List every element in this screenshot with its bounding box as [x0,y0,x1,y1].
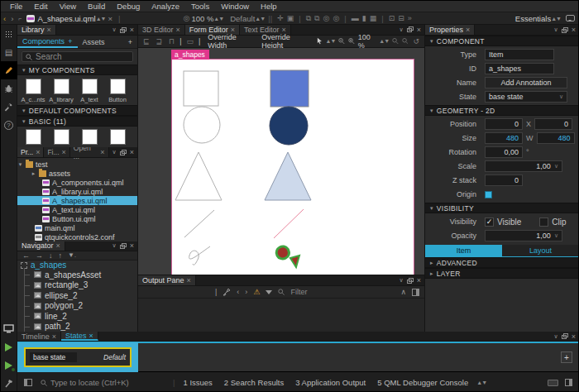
tool-dropdown-icon[interactable]: ▲▼ [326,38,336,44]
build-progress-icon[interactable] [548,380,558,386]
previous-item-icon[interactable]: ‹ [237,288,239,296]
welcome-mode-icon[interactable] [1,25,17,43]
3d-editor-tab[interactable]: 3D Editor× [138,25,185,35]
add-component-icon[interactable]: + [68,37,72,45]
component-item[interactable] [22,129,45,145]
reset-size-icon[interactable]: ◎ [322,14,332,22]
tree-row[interactable]: Button.ui.qml [17,214,137,223]
position-x-field[interactable]: 0 [485,118,523,130]
show-bounds-icon[interactable]: ▭ [184,37,195,45]
kit-selector-monitor-icon[interactable] [1,320,17,338]
undock-icon[interactable] [407,278,414,284]
clip-checkbox[interactable] [539,218,548,227]
form-editor-canvas-area[interactable]: a_shapes [138,48,424,275]
chevron-down-icon[interactable]: ∨ [400,26,404,33]
edit-component-icon[interactable]: ⊡ [387,14,397,22]
move-left-icon[interactable]: ← [22,251,30,260]
visible-checkbox[interactable]: ✓ [485,218,494,227]
advanced-section-header[interactable]: ▸ADVANCED [425,257,579,268]
output-pane-button[interactable]: 3 Application Output [295,378,366,387]
chevron-down-icon[interactable]: ∨ [112,26,117,33]
warnings-filter-icon[interactable]: ⚠ [253,288,260,296]
collapse-pane-icon[interactable]: ∧ [400,288,406,296]
reset-position-icon[interactable]: ◎ [331,14,341,22]
paste-style-icon[interactable]: ⧉ [313,14,321,23]
navigator-item[interactable]: ellipse_2 [17,290,137,301]
tree-row[interactable]: main.qml [17,223,137,232]
distribute-horizontal-icon[interactable]: ▬ [350,14,361,22]
style-dropdown-icon[interactable]: ▲▼ [255,16,265,22]
snap-objects-icon[interactable]: ⊒ [155,37,165,45]
item-properties-tab[interactable]: Item [425,245,502,256]
polygon-outline-shape[interactable] [175,152,222,200]
timeline-tab[interactable]: Timeline× [17,332,61,341]
pane-arrows-icon[interactable]: ▲▼ [476,380,486,385]
canvas-zoom-level[interactable]: 100 % [358,33,376,50]
next-item-icon[interactable]: › [245,288,247,296]
open-document-name[interactable]: A_shapes.ui.qml [37,14,95,23]
output-pane-tab[interactable]: Output Pane× [138,275,196,285]
ellipse-outline-shape[interactable] [184,107,220,143]
tree-row[interactable]: A_text.ui.qml [17,205,137,214]
close-pane-icon[interactable]: × [130,148,134,156]
tree-row[interactable]: A_shapes.ui.qml [17,196,137,205]
ellipse-filled-shape[interactable] [270,107,308,145]
component-item[interactable]: A_text [78,79,101,103]
component-item[interactable]: Button [106,79,129,103]
menu-item[interactable]: File [4,1,28,12]
path-filled-shape[interactable] [276,246,289,259]
expander-icon[interactable]: ▾ [17,161,23,168]
chevron-down-icon[interactable]: ∨ [400,277,404,284]
component-section-header[interactable]: ▾COMPONENT [425,36,579,46]
close-icon[interactable]: × [47,26,51,34]
add-asset-icon[interactable]: + [128,38,132,46]
feedback-bubble-icon[interactable] [566,15,575,22]
rectangle-outline-shape[interactable] [184,71,218,106]
path-filled-shape-2[interactable] [290,256,299,267]
origin-selector[interactable] [485,191,492,198]
projects-tab[interactable]: Pr...× [17,147,44,157]
state-name-field[interactable]: base state [30,352,77,362]
maximize-pane-icon[interactable] [412,289,419,296]
screenshot-tool-icon[interactable]: ▣ [285,14,296,22]
perspective-dropdown-icon[interactable]: ▲▼ [551,16,561,22]
add-annotation-button[interactable]: Add Annotation [485,77,567,88]
navigator-root-item[interactable]: a_shapes [17,261,137,270]
close-pane-icon[interactable]: × [130,241,134,250]
add-state-button[interactable]: + [561,351,572,363]
cursor-icon[interactable] [317,37,323,45]
document-dropdown-icon[interactable]: ▲▼ [96,16,106,22]
state-select[interactable]: base state∨ [485,91,567,103]
zoom-out-icon[interactable] [338,37,345,45]
zoom-selection-icon[interactable] [392,37,399,45]
design-mode-pencil-icon[interactable] [1,61,17,79]
close-pane-icon[interactable]: × [417,276,421,284]
tree-row[interactable]: ▸ assets [17,169,137,178]
component-canvas[interactable]: a_shapes [171,59,414,275]
line-gray-shape[interactable] [184,210,214,237]
chevron-down-icon[interactable]: ∨ [112,242,117,249]
close-pane-icon[interactable]: × [417,26,421,34]
undock-icon[interactable] [120,27,127,33]
output-pane-button[interactable]: 5 QML Debugger Console [377,378,468,387]
layout-properties-tab[interactable]: Layout [502,245,579,256]
distribute-grid-icon[interactable]: ▦ [368,14,379,22]
build-hammer-icon[interactable] [1,375,17,392]
size-height-field[interactable]: 480 [537,132,575,144]
debug-mode-bug-icon[interactable] [1,79,17,98]
default-components-header[interactable]: ▾DEFAULT COMPONENTS [17,105,137,116]
menu-item[interactable]: Build [82,1,111,12]
close-document-icon[interactable]: × [106,14,116,23]
menu-item[interactable]: Help [255,1,283,12]
output-pane-button[interactable]: 1 Issues [183,378,212,387]
locate-input[interactable]: Type to locate (Ctrl+K) [41,378,165,387]
zoom-dropdown-icon[interactable]: ▲▼ [379,38,389,44]
move-right-icon[interactable]: → [36,251,43,260]
projects-mode-wrench-icon[interactable] [1,98,17,116]
menu-item[interactable]: Tools [185,1,215,12]
close-pane-icon[interactable]: × [572,26,576,34]
position-y-field[interactable]: 0 [534,118,572,130]
navigator-item[interactable]: line_2 [17,311,137,322]
undock-icon[interactable] [562,333,568,339]
navigator-item[interactable]: path_2 [17,322,137,332]
